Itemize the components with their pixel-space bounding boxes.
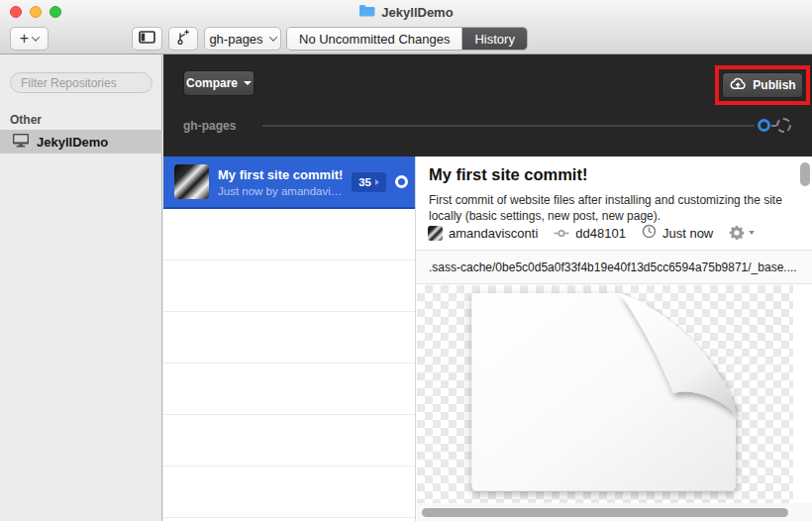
tab-uncommitted-changes-label: No Uncommitted Changes (299, 32, 450, 47)
commit-sha: dd48101 (575, 226, 626, 241)
vertical-scrollbar-thumb[interactable] (800, 162, 810, 186)
tab-history-label: History (474, 32, 514, 47)
repository-sidebar: Other JekyllDemo (0, 54, 162, 521)
branch-head-dot-icon[interactable] (758, 119, 770, 132)
file-preview-area (417, 285, 793, 503)
filter-repositories-input[interactable] (10, 72, 152, 93)
compare-button[interactable]: Compare (183, 70, 254, 96)
page-curl-image (458, 287, 756, 505)
commit-graph-dot-icon (395, 175, 408, 188)
chevron-down-icon (32, 33, 40, 41)
branch-header: Compare Publish gh-pages (163, 54, 812, 156)
create-branch-button[interactable] (168, 27, 198, 51)
commit-detail-description: First commit of website files after inst… (429, 192, 799, 224)
gear-button[interactable] (729, 225, 755, 241)
badge-arrow-icon (375, 179, 379, 185)
app-window: JekyllDemo + (0, 0, 812, 521)
commit-author: amandavisconti (449, 226, 538, 241)
compare-label: Compare (186, 76, 238, 90)
sidebar-toggle-icon (139, 31, 155, 47)
commit-list-row (163, 260, 415, 312)
monitor-icon (12, 133, 30, 152)
add-repository-button[interactable]: + (10, 27, 49, 51)
commit-list-row (163, 209, 415, 260)
unpublished-branch-dot-icon[interactable] (776, 118, 791, 133)
view-segmented-control: No Uncommitted Changes History (286, 27, 528, 51)
changed-file-row[interactable]: .sass-cache/0be5c0d5a0f33f4b19e40f13d5cc… (416, 250, 812, 284)
caret-down-icon (244, 81, 252, 85)
branch-timeline-label: gh-pages (183, 119, 236, 133)
commit-count-badge[interactable]: 35 (352, 172, 386, 192)
sidebar-section-label: Other (10, 113, 42, 127)
tab-uncommitted-changes[interactable]: No Uncommitted Changes (287, 28, 462, 50)
scrollbar-corner (793, 503, 812, 521)
window-title: JekyllDemo (0, 4, 812, 20)
window-title-text: JekyllDemo (381, 5, 453, 20)
commit-hash-icon (554, 226, 569, 241)
publish-button[interactable]: Publish (722, 72, 803, 98)
commit-count-value: 35 (358, 176, 371, 188)
commit-time: Just now (662, 226, 713, 241)
gear-icon (729, 225, 745, 241)
branch-timeline-line (262, 125, 755, 127)
toggle-sidebar-button[interactable] (132, 27, 162, 51)
commit-list-row (163, 364, 415, 415)
commit-list-row (163, 312, 415, 364)
changed-file-path: .sass-cache/0be5c0d5a0f33f4b19e40f13d5cc… (429, 260, 797, 274)
commit-row-text: My first site commit! Just now by amanda… (218, 167, 352, 197)
clock-icon (642, 224, 657, 242)
commit-list-row (163, 467, 415, 518)
cloud-upload-icon (729, 77, 747, 93)
branch-selector-label: gh-pages (209, 32, 262, 47)
tab-history[interactable]: History (462, 28, 526, 50)
sidebar-item-jekylldemo[interactable]: JekyllDemo (0, 130, 162, 154)
commit-row-title: My first site commit! (218, 167, 352, 182)
branch-selector-dropdown[interactable]: gh-pages (204, 27, 281, 51)
plus-icon: + (20, 30, 29, 48)
folder-icon (358, 4, 375, 20)
publish-label: Publish (753, 78, 795, 92)
avatar (174, 164, 209, 199)
commit-meta-row: amandavisconti dd48101 Just now (428, 224, 755, 242)
commit-row-meta: Just now by amandavis… (218, 185, 345, 197)
commit-list-item-selected[interactable]: My first site commit! Just now by amanda… (163, 156, 415, 209)
commit-details-panel: My first site commit! First commit of we… (415, 156, 812, 521)
commit-list-row (163, 415, 415, 467)
avatar (428, 226, 443, 241)
caret-down-icon (749, 231, 755, 235)
branch-icon (175, 29, 191, 49)
commit-detail-title: My first site commit! (429, 165, 587, 184)
commit-history-list: My first site commit! Just now by amanda… (163, 156, 415, 521)
chevron-down-icon (268, 33, 276, 41)
sidebar-item-label: JekyllDemo (37, 135, 108, 150)
horizontal-scrollbar-track (417, 503, 793, 521)
horizontal-scrollbar-thumb[interactable] (422, 508, 788, 517)
window-chrome: JekyllDemo + (0, 0, 812, 54)
